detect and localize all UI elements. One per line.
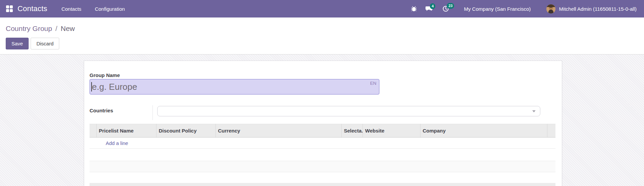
empty-row-band: [90, 161, 555, 172]
translation-lang-badge[interactable]: EN: [370, 81, 376, 86]
text-cursor: [91, 82, 92, 91]
column-header-website[interactable]: Website: [363, 124, 420, 138]
navbar-right: 4 23 My Company (San Francisco) Mitchell…: [411, 4, 644, 13]
top-navbar: Contacts Contacts Configuration 4: [0, 0, 644, 17]
control-panel-buttons: Save Discard: [6, 38, 644, 49]
add-a-line-link[interactable]: Add a line: [90, 138, 555, 149]
breadcrumb-link-country-group[interactable]: Country Group: [6, 25, 52, 32]
activities-menu[interactable]: 23: [442, 5, 449, 12]
save-button[interactable]: Save: [6, 38, 29, 49]
breadcrumb-current-new: New: [61, 25, 75, 32]
avatar[interactable]: [546, 4, 555, 13]
column-header-pricelist-name[interactable]: Pricelist Name: [96, 124, 156, 138]
countries-dropdown[interactable]: [157, 106, 540, 116]
group-name-input[interactable]: [90, 79, 379, 95]
control-panel: Country Group / New Save Discard: [0, 17, 644, 54]
column-header-company[interactable]: Company: [420, 124, 547, 138]
apps-menu-icon[interactable]: [6, 5, 13, 12]
column-header-selectable[interactable]: Selecta...: [341, 124, 363, 138]
add-line-row: Add a line: [90, 138, 555, 149]
chevron-down-icon[interactable]: [532, 110, 536, 112]
company-switcher[interactable]: My Company (San Francisco): [464, 6, 531, 12]
messages-menu[interactable]: 4: [426, 6, 433, 12]
countries-field-row: Countries: [90, 105, 555, 120]
column-header-currency[interactable]: Currency: [215, 124, 341, 138]
group-name-field: EN: [90, 79, 379, 95]
breadcrumb-separator: /: [56, 25, 58, 32]
column-header-actions: [547, 124, 555, 138]
discard-button[interactable]: Discard: [31, 38, 59, 49]
page-body: Group Name EN Countries Pricelist Name: [0, 54, 644, 186]
form-sheet: Group Name EN Countries Pricelist Name: [84, 61, 562, 186]
pricelists-header-row: Pricelist Name Discount Policy Currency …: [90, 124, 555, 138]
field-divider: [152, 105, 153, 120]
pricelists-table: Pricelist Name Discount Policy Currency …: [90, 124, 555, 149]
group-name-label: Group Name: [90, 72, 555, 78]
app-brand[interactable]: Contacts: [18, 4, 47, 13]
messages-badge: 4: [430, 3, 435, 9]
menu-configuration[interactable]: Configuration: [95, 6, 125, 12]
activities-badge: 23: [447, 3, 454, 9]
column-header-discount-policy[interactable]: Discount Policy: [156, 124, 215, 138]
menu-contacts[interactable]: Contacts: [61, 6, 81, 12]
next-table-header-band: [90, 183, 555, 186]
breadcrumb: Country Group / New: [6, 17, 644, 33]
user-menu[interactable]: Mitchell Admin (11650811-15-0-all): [559, 6, 637, 12]
navbar-left: Contacts Contacts Configuration: [0, 4, 125, 13]
countries-label: Countries: [90, 105, 152, 120]
bug-icon[interactable]: [411, 6, 417, 12]
column-header-handle: [90, 124, 96, 138]
